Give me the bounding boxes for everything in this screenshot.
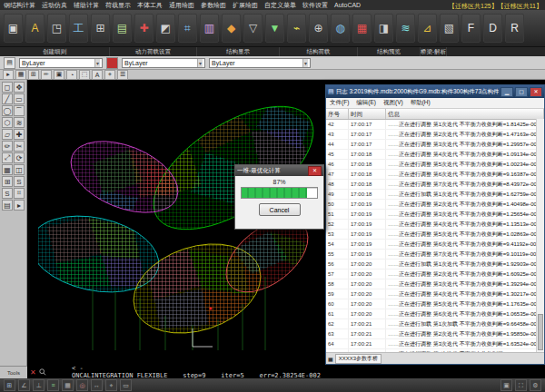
draw-tool-icon[interactable]: ✥ xyxy=(14,82,25,93)
cancel-button[interactable]: Cancel xyxy=(259,203,301,216)
draw-tool-icon[interactable]: ◯ xyxy=(2,105,13,116)
linetype-select[interactable]: ByLayer ▾ xyxy=(209,58,311,68)
ribbon-group-label[interactable]: 结构荷载 xyxy=(280,47,358,56)
column-header-no[interactable]: 序号 xyxy=(326,109,349,119)
ribbon-tool-icon[interactable]: ▦ xyxy=(352,14,372,43)
table-row[interactable]: 49 17:00:18 ……正在进行加载 第1次迭代 不平衡力收敛判断=1.62… xyxy=(326,190,544,200)
draw-tool-icon[interactable]: ⌒ xyxy=(14,105,25,116)
column-header-time[interactable]: 时间 xyxy=(349,109,386,119)
table-row[interactable]: 62 17:00:21 ……正在进行加载 第1次加载 不平衡力收敛判断=9.66… xyxy=(326,319,544,329)
table-row[interactable]: 59 17:00:20 ……正在进行调整 第4次迭代 不平衡力收敛判断=1.30… xyxy=(326,289,544,299)
ribbon-tool-icon[interactable]: ✚ xyxy=(134,14,154,43)
ribbon-tool-icon[interactable]: ◳ xyxy=(47,14,66,43)
table-row[interactable]: 63 17:00:21 ……正在进行调整 第2次迭代 不平衡力收敛判断=1.95… xyxy=(326,329,544,339)
menu-item[interactable]: 软件设置 xyxy=(302,1,328,10)
table-row[interactable]: 48 17:00:18 ……正在进行调整 第7次迭代 不平衡力收敛判断=8.43… xyxy=(326,180,544,190)
status-toggle-icon[interactable]: ⌖ xyxy=(105,379,117,391)
log-menu-item[interactable]: 编辑(E) xyxy=(356,99,376,107)
draw-tool-icon[interactable]: ◫ xyxy=(14,164,25,175)
draw-tool-icon[interactable]: ▸ xyxy=(14,200,25,211)
ribbon-tool-icon[interactable]: ◆ xyxy=(222,14,241,43)
column-header-msg[interactable]: 信息 xyxy=(386,109,544,119)
draw-tool-icon[interactable]: ⌗ xyxy=(14,188,25,199)
ribbon-tool-icon[interactable]: ◨ xyxy=(374,14,393,43)
table-row[interactable]: 50 17:00:19 ……正在进行调整 第2次迭代 不平衡力收敛判断=1.40… xyxy=(326,200,544,210)
table-row[interactable]: 61 17:00:20 ……正在进行调整 第6次迭代 不平衡力收敛判断=1.06… xyxy=(326,309,544,319)
toolbar-icon[interactable]: ▣ xyxy=(54,70,64,80)
ribbon-tool-icon[interactable]: ≋ xyxy=(396,14,415,43)
toolbar-icon[interactable]: ▸ xyxy=(3,70,14,80)
table-row[interactable]: 64 17:00:21 ……正在进行调整 第3次迭代 不平衡力收敛判断=1.63… xyxy=(326,339,544,349)
close-icon[interactable]: ✕ xyxy=(308,166,322,176)
toolbar-icon[interactable]: ✏ xyxy=(41,70,52,80)
menu-item[interactable]: 自定义菜单 xyxy=(264,1,296,10)
draw-tool-icon[interactable]: S xyxy=(2,188,13,199)
draw-tool-icon[interactable]: ▤ xyxy=(2,200,13,211)
log-menu-item[interactable]: 文件(F) xyxy=(330,99,349,107)
ribbon-group-label[interactable]: 结构预览 xyxy=(358,47,421,56)
draw-tool-icon[interactable]: ✚ xyxy=(14,129,25,140)
layer-select[interactable]: ByLayer ▾ xyxy=(19,58,103,68)
menu-item[interactable]: 扩展绘图 xyxy=(233,1,258,10)
ribbon-tool-icon[interactable]: D xyxy=(483,14,502,43)
status-toggle-icon[interactable]: ≡ xyxy=(47,379,59,391)
tools-palette-tab[interactable]: Tools xyxy=(0,366,27,379)
status-toggle-icon[interactable]: ∠ xyxy=(18,379,30,391)
table-row[interactable]: 65 17:00:21 ……正在进行调整 第4次迭代 不平衡力收敛判断=1.38… xyxy=(326,349,544,352)
status-toggle-icon[interactable]: ◎ xyxy=(76,379,88,391)
table-row[interactable]: 52 17:00:19 ……正在进行调整 第4次迭代 不平衡力收敛判断=1.13… xyxy=(326,220,544,230)
log-window-titlebar[interactable]: ▤ 日志 3:2019构件.mdb:2000构件G9.mdb:构件300构件73… xyxy=(326,85,544,98)
menu-item[interactable]: 参数绘图 xyxy=(201,1,226,10)
ribbon-tool-icon[interactable]: R xyxy=(505,14,524,43)
toolbar-icon[interactable]: ☰ xyxy=(117,70,128,80)
draw-tool-icon[interactable]: ╱ xyxy=(2,93,13,104)
table-row[interactable]: 51 17:00:19 ……正在进行调整 第3次迭代 不平衡力收敛判断=1.25… xyxy=(326,210,544,220)
log-menu-item[interactable]: 视图(V) xyxy=(383,99,403,107)
minimize-button[interactable]: ▁ xyxy=(500,87,513,97)
draw-tool-icon[interactable]: ⤢ xyxy=(2,152,13,163)
command-line[interactable]: ✕ < - ONCALINTEGRATION_FLEXIBLE step=9 i… xyxy=(27,366,545,378)
draw-tool-icon[interactable]: ✏ xyxy=(2,141,13,152)
ribbon-group-label[interactable]: 结构显示 xyxy=(197,47,280,56)
ribbon-tool-icon[interactable]: ⌗ xyxy=(178,14,197,43)
toolbar-icon[interactable]: ⌖ xyxy=(104,70,115,80)
toolbar-icon[interactable]: ⊞ xyxy=(28,70,39,80)
table-row[interactable]: 44 17:00:17 ……正在进行调整 第3次迭代 不平衡力收敛判断=1.29… xyxy=(326,140,544,150)
dialog-titlebar[interactable]: 一维-最优化计算 ✕ xyxy=(235,165,323,176)
table-row[interactable]: 60 17:00:20 ……正在进行调整 第5次迭代 不平衡力收敛判断=1.17… xyxy=(326,299,544,309)
table-row[interactable]: 56 17:00:20 ……正在进行加载 第1次迭代 不平衡力收敛判断=1.92… xyxy=(326,260,544,270)
color-select[interactable]: ByLayer ▾ xyxy=(122,58,205,68)
toolbar-icon[interactable]: ⬚ xyxy=(79,70,90,80)
ribbon-tool-icon[interactable]: ⊞ xyxy=(91,14,110,43)
ribbon-tool-icon[interactable]: ▽ xyxy=(243,14,263,43)
ribbon-group-label[interactable]: 动力荷载设置 xyxy=(110,47,197,56)
maximize-button[interactable]: ▢ xyxy=(515,87,528,97)
lock-icon[interactable]: ▣ xyxy=(500,379,512,391)
menu-item[interactable]: 运动仿真 xyxy=(42,1,67,10)
ribbon-tool-icon[interactable]: ⌁ xyxy=(287,14,306,43)
ribbon-tool-icon[interactable]: ▧ xyxy=(440,14,459,43)
menu-item[interactable]: 荷载显示 xyxy=(105,1,131,10)
table-row[interactable]: 42 17:00:17 ……正在进行调整 第1次迭代 不平衡力收敛判断=1.81… xyxy=(326,120,544,130)
table-row[interactable]: 58 17:00:20 ……正在进行调整 第3次迭代 不平衡力收敛判断=1.39… xyxy=(326,279,544,289)
status-toggle-icon[interactable]: ▦ xyxy=(62,379,74,391)
fullscreen-icon[interactable]: ⛶ xyxy=(515,379,527,391)
ribbon-tool-icon[interactable]: ▥ xyxy=(200,14,219,43)
log-table[interactable]: 序号 时间 信息 42 17:00:17 ……正在进行调整 第1次迭代 不平衡力… xyxy=(326,109,544,352)
status-toggle-icon[interactable]: ⊥ xyxy=(33,379,45,391)
draw-tool-icon[interactable]: ⊞ xyxy=(2,176,13,187)
table-row[interactable]: 45 17:00:18 ……正在进行调整 第4次迭代 不平衡力收敛判断=1.09… xyxy=(326,150,544,160)
draw-tool-icon[interactable]: ▱ xyxy=(2,129,13,140)
ribbon-tool-icon[interactable]: ⊿ xyxy=(418,14,437,43)
ribbon-tool-icon[interactable]: ▣ xyxy=(4,14,23,43)
ribbon-tool-icon[interactable]: ◩ xyxy=(156,14,175,43)
ribbon-group-label[interactable]: 桥梁-解析 xyxy=(421,47,447,56)
search-icon[interactable] xyxy=(39,368,46,376)
ribbon-tool-icon[interactable]: ⊕ xyxy=(309,14,328,43)
table-row[interactable]: 57 17:00:20 ……正在进行调整 第2次迭代 不平衡力收敛判断=1.60… xyxy=(326,270,544,279)
color-swatch-icon[interactable] xyxy=(106,57,118,69)
scrollbar-thumb[interactable] xyxy=(538,314,543,350)
log-scrollbar[interactable] xyxy=(536,119,544,352)
ribbon-group-label[interactable]: 创建细则 xyxy=(0,47,110,56)
toolbar-icon[interactable]: ▦ xyxy=(15,70,26,80)
